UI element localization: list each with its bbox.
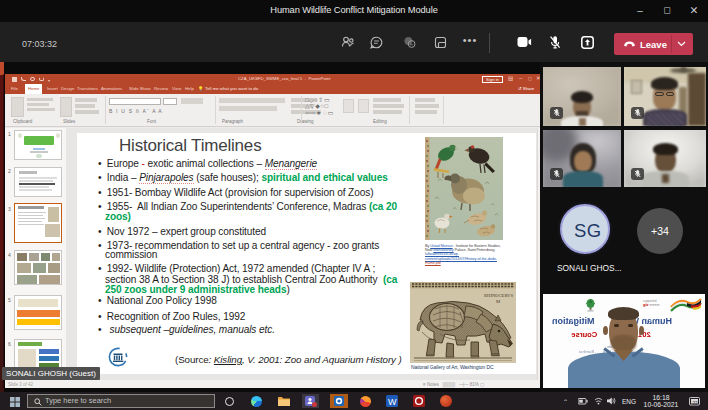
svg-text:RHINOCERVS: RHINOCERVS (484, 293, 513, 298)
svg-text:M: M (496, 299, 500, 304)
svg-text:W: W (388, 397, 397, 407)
